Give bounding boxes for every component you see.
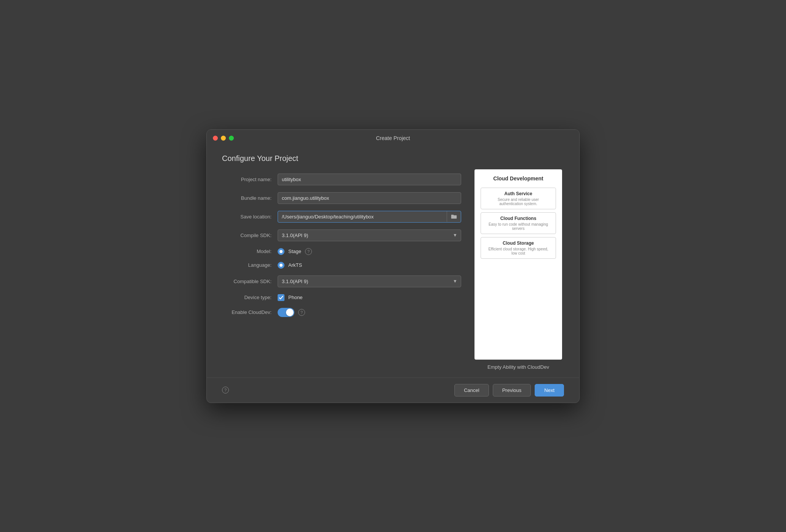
preview-caption: Empty Ability with CloudDev — [487, 364, 549, 370]
preview-section: Cloud Development Auth Service Secure an… — [473, 154, 564, 370]
model-radio-group: Stage ? — [278, 248, 312, 255]
enable-clouddev-toggle-wrapper: ? — [278, 308, 305, 317]
bundle-name-input[interactable] — [278, 192, 461, 204]
cloud-storage-name: Cloud Storage — [486, 241, 551, 246]
page-title: Configure Your Project — [222, 154, 461, 163]
compatible-sdk-label: Compatible SDK: — [222, 279, 272, 284]
cloud-functions-name: Cloud Functions — [486, 216, 551, 221]
language-radio-group: ArkTS — [278, 262, 302, 269]
save-location-wrapper — [278, 211, 461, 223]
preview-card-title: Cloud Development — [493, 175, 543, 182]
toggle-knob — [286, 309, 294, 316]
model-label: Model: — [222, 248, 272, 254]
clouddev-help-icon[interactable]: ? — [298, 309, 305, 316]
cancel-button[interactable]: Cancel — [454, 384, 489, 397]
project-name-input[interactable] — [278, 174, 461, 185]
phone-checkbox-box[interactable] — [278, 294, 284, 301]
close-button[interactable] — [213, 135, 218, 140]
previous-button[interactable]: Previous — [493, 384, 531, 397]
enable-clouddev-label: Enable CloudDev: — [222, 309, 272, 315]
language-arkts-radio[interactable] — [278, 262, 284, 269]
language-arkts-label: ArkTS — [288, 262, 302, 268]
compile-sdk-row: Compile SDK: 3.1.0(API 9) 3.0.0(API 8) 2… — [222, 229, 461, 241]
cloud-storage-item: Cloud Storage Efficient cloud storage. H… — [481, 237, 556, 259]
minimize-button[interactable] — [221, 135, 226, 140]
next-button[interactable]: Next — [535, 384, 564, 397]
save-location-input[interactable] — [278, 211, 447, 222]
clouddev-toggle[interactable] — [278, 308, 294, 317]
auth-service-item: Auth Service Secure and reliable user au… — [481, 188, 556, 209]
title-bar: Create Project — [207, 130, 579, 147]
folder-browse-button[interactable] — [447, 211, 461, 222]
model-row: Model: Stage ? — [222, 248, 461, 255]
cloud-storage-desc: Efficient cloud storage. High speed, low… — [486, 247, 551, 255]
bundle-name-row: Bundle name: — [222, 192, 461, 204]
enable-clouddev-row: Enable CloudDev: ? — [222, 308, 461, 317]
model-stage-radio[interactable] — [278, 248, 284, 255]
cloud-functions-item: Cloud Functions Easy to run code without… — [481, 212, 556, 234]
auth-service-desc: Secure and reliable user authentication … — [486, 198, 551, 206]
project-name-label: Project name: — [222, 177, 272, 182]
bottom-left: ? — [222, 387, 229, 393]
compatible-sdk-row: Compatible SDK: 3.1.0(API 9) 3.0.0(API 8… — [222, 276, 461, 287]
folder-icon — [451, 213, 457, 220]
bundle-name-label: Bundle name: — [222, 195, 272, 201]
device-type-phone-label: Phone — [288, 295, 303, 300]
content-area: Configure Your Project Project name: Bun… — [207, 147, 579, 377]
bottom-right: Cancel Previous Next — [454, 384, 564, 397]
project-name-row: Project name: — [222, 174, 461, 185]
create-project-window: Create Project Configure Your Project Pr… — [206, 129, 580, 403]
model-help-icon[interactable]: ? — [305, 248, 312, 255]
form-section: Configure Your Project Project name: Bun… — [222, 154, 461, 370]
compatible-sdk-select-wrapper: 3.1.0(API 9) 3.0.0(API 8) 2.0.0(API 7) ▼ — [278, 276, 461, 287]
language-row: Language: ArkTS — [222, 262, 461, 269]
model-stage-label: Stage — [288, 248, 301, 254]
compile-sdk-select-wrapper: 3.1.0(API 9) 3.0.0(API 8) 2.0.0(API 7) ▼ — [278, 229, 461, 241]
checkmark-icon — [279, 295, 283, 300]
bottom-bar: ? Cancel Previous Next — [207, 377, 579, 403]
auth-service-name: Auth Service — [486, 191, 551, 196]
global-help-icon[interactable]: ? — [222, 387, 229, 393]
maximize-button[interactable] — [229, 135, 234, 140]
cloud-functions-desc: Easy to run code without managing server… — [486, 222, 551, 231]
device-type-label: Device type: — [222, 295, 272, 300]
device-type-row: Device type: Phone — [222, 294, 461, 301]
device-type-checkbox[interactable]: Phone — [278, 294, 303, 301]
save-location-row: Save location: — [222, 211, 461, 223]
window-controls — [213, 135, 234, 140]
window-title: Create Project — [376, 135, 410, 141]
language-label: Language: — [222, 262, 272, 268]
save-location-label: Save location: — [222, 214, 272, 220]
preview-card: Cloud Development Auth Service Secure an… — [474, 169, 562, 360]
compatible-sdk-select[interactable]: 3.1.0(API 9) 3.0.0(API 8) 2.0.0(API 7) — [278, 276, 461, 287]
compile-sdk-label: Compile SDK: — [222, 233, 272, 238]
compile-sdk-select[interactable]: 3.1.0(API 9) 3.0.0(API 8) 2.0.0(API 7) — [278, 229, 461, 241]
